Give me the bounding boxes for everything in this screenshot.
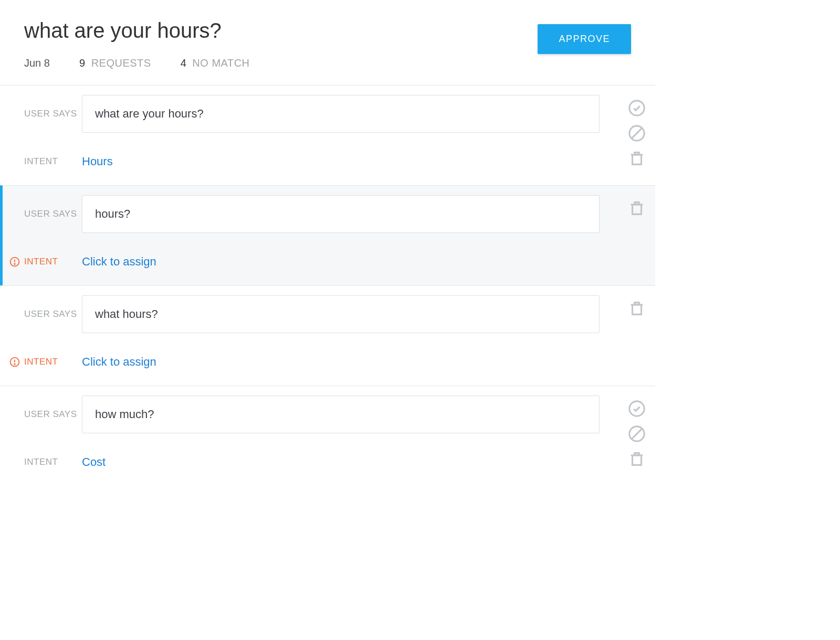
nomatch-count: 4	[181, 57, 186, 69]
intent-label-text: INTENT	[24, 357, 58, 367]
trash-icon[interactable]	[628, 300, 646, 317]
training-row: USER SAYS INTENT Hours	[0, 85, 655, 185]
meta-date: Jun 8	[24, 57, 50, 69]
meta-nomatch: 4 NO MATCH	[181, 57, 250, 69]
user-says-label: USER SAYS	[24, 109, 82, 119]
user-says-label: USER SAYS	[24, 409, 82, 420]
training-rows: USER SAYS INTENT Hours	[0, 85, 655, 486]
intent-link[interactable]: Cost	[82, 455, 106, 468]
meta-row: Jun 8 9 REQUESTS 4 NO MATCH	[24, 57, 538, 69]
page-header: what are your hours? Jun 8 9 REQUESTS 4 …	[0, 0, 655, 85]
trash-icon[interactable]	[628, 150, 646, 167]
user-says-input[interactable]	[82, 295, 600, 333]
training-row: USER SAYS INTENT Click to assign	[0, 185, 655, 285]
user-says-input[interactable]	[82, 95, 600, 133]
training-row: USER SAYS INTENT Click to assign	[0, 285, 655, 386]
approve-icon[interactable]	[628, 400, 646, 418]
alert-icon	[9, 357, 20, 367]
intent-label-text: INTENT	[24, 257, 58, 267]
svg-line-2	[632, 128, 642, 138]
user-says-label: USER SAYS	[24, 309, 82, 319]
requests-count: 9	[79, 57, 85, 69]
meta-requests: 9 REQUESTS	[79, 57, 151, 69]
intent-label-warn: INTENT	[9, 257, 82, 267]
intent-label: INTENT	[24, 156, 82, 167]
intent-label: INTENT	[24, 457, 82, 467]
deny-icon[interactable]	[628, 425, 646, 443]
nomatch-label: NO MATCH	[192, 57, 249, 69]
user-says-input[interactable]	[82, 396, 600, 433]
deny-icon[interactable]	[628, 124, 646, 142]
alert-icon	[9, 257, 20, 267]
trash-icon[interactable]	[628, 199, 646, 217]
approve-icon[interactable]	[628, 99, 646, 117]
svg-point-5	[14, 263, 15, 264]
intent-link[interactable]: Hours	[82, 155, 113, 168]
svg-line-11	[632, 429, 642, 439]
user-says-label: USER SAYS	[24, 209, 82, 219]
training-row: USER SAYS INTENT Cost	[0, 386, 655, 486]
requests-label: REQUESTS	[91, 57, 151, 69]
intent-label-warn: INTENT	[9, 357, 82, 367]
user-says-input[interactable]	[82, 195, 600, 233]
page-title: what are your hours?	[24, 19, 538, 42]
svg-point-8	[14, 364, 15, 365]
intent-assign-link[interactable]: Click to assign	[82, 255, 156, 268]
intent-assign-link[interactable]: Click to assign	[82, 355, 156, 368]
approve-button[interactable]: APPROVE	[538, 24, 631, 54]
trash-icon[interactable]	[628, 450, 646, 468]
